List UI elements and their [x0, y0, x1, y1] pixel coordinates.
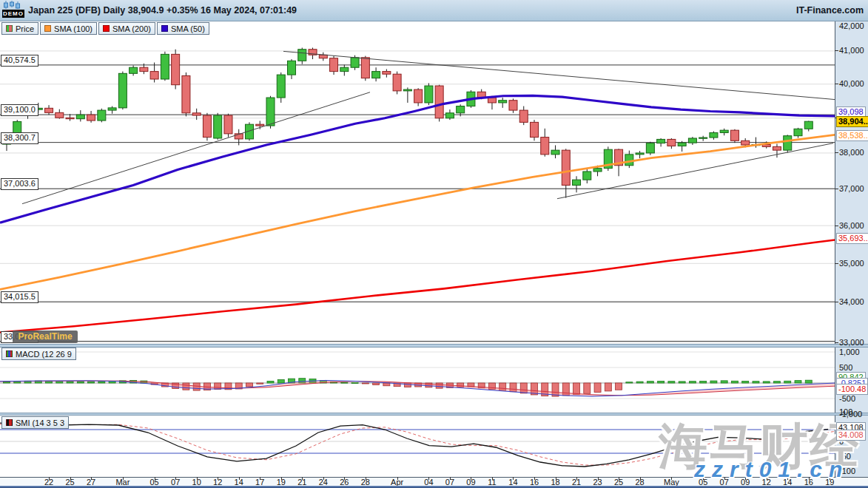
date-tickmark — [323, 477, 324, 480]
price-candles-icon — [6, 25, 13, 32]
macd-legend-label: MACD (12 26 9 — [16, 350, 72, 359]
date-tickmark — [260, 477, 260, 480]
panel-separator[interactable] — [0, 344, 868, 348]
support-resistance-label: 39,100.0 — [1, 104, 38, 116]
prorealtime-watermark: ProRealTime — [13, 331, 78, 343]
support-resistance-label: 37,003.6 — [1, 178, 38, 190]
date-tickmark — [366, 477, 366, 480]
macd-tick-label: 500 — [839, 363, 852, 372]
date-tickmark — [513, 477, 514, 480]
legend-price-label: Price — [16, 24, 34, 33]
itfinance-logo-icon — [3, 1, 22, 9]
date-tickmark — [123, 477, 124, 480]
itfinance-brand-link[interactable]: IT-Finance.com — [796, 0, 864, 21]
date-tickmark — [197, 477, 198, 480]
value-label: 34.008 — [836, 430, 866, 441]
date-tickmark — [281, 477, 282, 480]
date-tickmark — [428, 477, 429, 480]
date-tickmark — [619, 477, 619, 480]
smi-legend[interactable]: SMI (14 3 5 3 — [1, 416, 69, 429]
price-tickmark — [835, 226, 838, 226]
site-watermark: zzrt01.cn — [694, 457, 849, 482]
demo-badge: DEMO — [2, 10, 24, 18]
date-tickmark — [534, 477, 535, 480]
macd-legend[interactable]: MACD (12 26 9 — [1, 348, 76, 360]
price-tick-label: 40,000 — [839, 79, 864, 88]
date-tickmark — [175, 477, 176, 480]
price-tick-label: 38,000 — [839, 148, 864, 157]
price-tickmark — [835, 189, 838, 189]
value-label: 38,904.. — [836, 116, 868, 127]
price-tickmark — [835, 342, 838, 343]
date-tickmark — [218, 477, 218, 480]
legend-sma50[interactable]: SMA (50) — [157, 22, 209, 35]
date-tickmark — [471, 477, 471, 480]
value-label: 35,693.. — [836, 233, 868, 244]
legend-sma200[interactable]: SMA (200) — [98, 22, 155, 35]
price-tickmark — [835, 50, 838, 51]
price-tick-label: 37,000 — [839, 184, 864, 193]
chart-title: Japan 225 (DFB) Daily 38,904.9 +0.35% 16… — [28, 0, 297, 21]
price-tickmark — [835, 84, 838, 84]
macd-tick-label: -500 — [839, 394, 855, 403]
legend-sma100[interactable]: SMA (100) — [40, 22, 97, 35]
sma100-orange-icon — [44, 25, 51, 32]
trading-app-window: DEMO Japan 225 (DFB) Daily 38,904.9 +0.3… — [0, 0, 868, 488]
price-tick-label: 34,000 — [839, 297, 864, 306]
date-tickmark — [397, 477, 398, 480]
date-tickmark — [450, 477, 451, 480]
date-tickmark — [640, 477, 641, 480]
support-resistance-label: 40,574.5 — [1, 55, 38, 67]
date-tickmark — [49, 477, 50, 480]
indicator-legend-row: Price SMA (100) SMA (200) SMA (50) — [1, 22, 209, 35]
macd-tick-label: 1,000 — [839, 348, 860, 356]
support-resistance-label: 34,015.5 — [1, 291, 38, 303]
date-tickmark — [302, 477, 303, 480]
date-tickmark — [70, 477, 71, 480]
date-tickmark — [239, 477, 240, 480]
legend-sma100-label: SMA (100) — [54, 24, 92, 33]
price-tick-label: 42,000 — [839, 21, 864, 30]
legend-sma200-label: SMA (200) — [112, 24, 151, 33]
price-tick-label: 33,000 — [839, 338, 864, 347]
price-tickmark — [835, 302, 838, 302]
main-price-chart[interactable] — [0, 21, 835, 344]
price-tickmark — [835, 263, 838, 264]
legend-sma50-label: SMA (50) — [171, 24, 205, 33]
date-tickmark — [344, 477, 345, 480]
value-label: -100.48 — [836, 384, 868, 395]
value-label: 38,538.. — [836, 130, 868, 141]
price-tickmark — [835, 152, 838, 153]
sma50-blue-icon — [161, 25, 168, 32]
date-tickmark — [155, 477, 155, 480]
price-tick-label: 35,000 — [839, 259, 864, 268]
macd-panel[interactable] — [0, 348, 835, 413]
sma200-red-icon — [103, 25, 110, 32]
chart-header-bar: DEMO Japan 225 (DFB) Daily 38,904.9 +0.3… — [0, 0, 868, 21]
smi-icon — [6, 419, 13, 426]
price-tick-label: 41,000 — [839, 46, 864, 55]
price-tick-label: 36,000 — [839, 221, 864, 230]
date-tickmark — [576, 477, 577, 480]
date-tickmark — [91, 477, 92, 480]
macd-icon — [6, 350, 13, 357]
date-tickmark — [556, 477, 556, 480]
date-tickmark — [598, 477, 599, 480]
date-tickmark — [492, 477, 493, 480]
smi-legend-label: SMI (14 3 5 3 — [16, 418, 64, 427]
support-resistance-label: 38,300.7 — [1, 132, 38, 144]
legend-price[interactable]: Price — [1, 22, 38, 35]
